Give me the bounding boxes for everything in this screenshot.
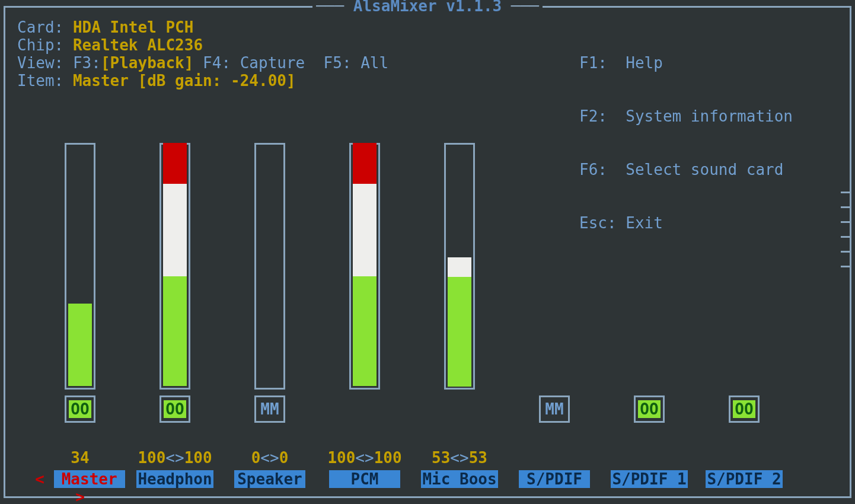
volume-bar[interactable] <box>349 143 380 390</box>
channel-name-row[interactable]: PCM <box>317 470 412 488</box>
volume-bar[interactable] <box>254 143 285 390</box>
volume-fill <box>353 143 377 386</box>
mute-toggle[interactable]: MM <box>254 395 285 423</box>
channel-name: S/PDIF <box>519 470 590 488</box>
channel-name: Speaker <box>234 470 305 488</box>
help-f1[interactable]: F1: Help <box>579 54 793 72</box>
scroll-ticks <box>841 192 851 267</box>
tick-icon <box>841 236 851 238</box>
help-f2[interactable]: F2: System information <box>579 107 793 125</box>
selector-left-icon: < <box>35 470 53 488</box>
volume-fill <box>448 257 471 386</box>
tick-icon <box>841 206 851 208</box>
channel-name-row[interactable]: S/PDIF 1 <box>602 470 697 488</box>
volume-fill <box>68 304 92 386</box>
level-readout: 100<>100 <box>317 449 412 467</box>
mute-state: MM <box>545 400 563 418</box>
mute-state: OO <box>69 400 91 418</box>
level-readout: 0<>0 <box>222 449 317 467</box>
tick-icon <box>841 251 851 253</box>
item-value: Master [dB gain: -24.00] <box>73 72 296 90</box>
view-capture-all[interactable]: F4: Capture F5: All <box>193 54 388 72</box>
mute-state: MM <box>260 400 279 418</box>
channel-name-row[interactable]: S/PDIF <box>507 470 602 488</box>
channel-name-row[interactable]: Speaker <box>222 470 317 488</box>
level-readout: 34 <box>33 449 127 467</box>
channels-area: OO34< Master >OO100<>100HeadphonMM0<>0Sp… <box>5 143 850 487</box>
chip-label: Chip: <box>17 36 73 54</box>
channel-name-row[interactable]: < Master > <box>33 470 127 504</box>
tick-icon <box>841 192 851 193</box>
mute-toggle[interactable]: OO <box>634 395 665 423</box>
mute-toggle[interactable]: OO <box>729 395 760 423</box>
channel-name: Master <box>54 470 125 488</box>
channel-name: Headphon <box>136 470 213 488</box>
selector-right-icon: > <box>75 488 85 504</box>
view-label: View: <box>17 54 73 72</box>
app-title-text: AlsaMixer v1.1.3 <box>353 0 502 15</box>
chip-value: Realtek ALC236 <box>73 36 203 54</box>
window-title: ─── AlsaMixer v1.1.3 ─── <box>312 0 543 15</box>
mute-state: OO <box>638 400 660 418</box>
channel-name-row[interactable]: Headphon <box>127 470 222 488</box>
mute-toggle[interactable]: MM <box>539 395 570 423</box>
tick-icon <box>841 266 851 267</box>
window-title-bar: ─── AlsaMixer v1.1.3 ─── <box>5 0 850 15</box>
item-label: Item: <box>17 72 73 90</box>
mixer-window: ─── AlsaMixer v1.1.3 ─── Card: HDA Intel… <box>4 6 851 498</box>
mute-state: OO <box>164 400 186 418</box>
volume-bar[interactable] <box>159 143 190 390</box>
channel-name: S/PDIF 1 <box>611 470 687 488</box>
mute-toggle[interactable]: OO <box>65 395 95 423</box>
view-f3-key[interactable]: F3: <box>73 54 101 72</box>
volume-bar[interactable] <box>444 143 475 390</box>
level-readout: 100<>100 <box>127 449 222 467</box>
channel-name-row[interactable]: S/PDIF 2 <box>697 470 792 488</box>
channel-name: Mic Boos <box>421 470 497 488</box>
view-playback[interactable]: [Playback] <box>101 54 194 72</box>
volume-bar[interactable] <box>65 143 95 390</box>
mute-state: OO <box>733 400 755 418</box>
channel-name-row[interactable]: Mic Boos <box>412 470 507 488</box>
level-readout: 53<>53 <box>412 449 507 467</box>
tick-icon <box>841 221 851 223</box>
mute-toggle[interactable]: OO <box>159 395 190 423</box>
channel-name: S/PDIF 2 <box>706 470 782 488</box>
card-value: HDA Intel PCH <box>73 18 194 36</box>
volume-fill <box>163 143 187 386</box>
card-label: Card: <box>17 18 73 36</box>
channel-name: PCM <box>329 470 400 488</box>
